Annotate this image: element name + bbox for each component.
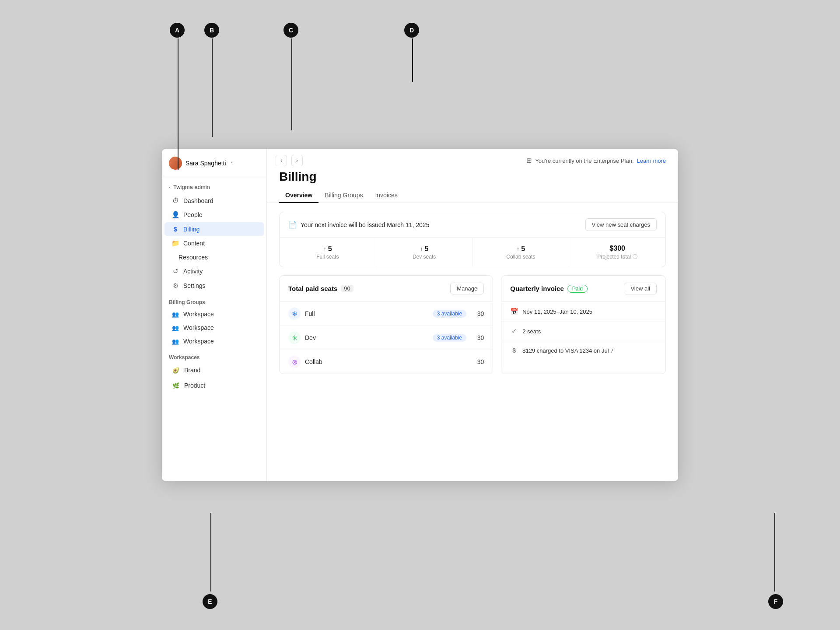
invoice-banner-top: 📄 Your next invoice will be issued March… xyxy=(280,212,665,238)
back-icon: ‹ xyxy=(169,184,171,190)
collab-seats-number: 5 xyxy=(521,245,525,253)
billing-body: 📄 Your next invoice will be issued March… xyxy=(267,203,678,386)
invoice-stats: ↑ 5 Full seats ↑ 5 Dev seats xyxy=(280,238,665,267)
manage-button[interactable]: Manage xyxy=(450,283,484,294)
sidebar-item-workspace-1[interactable]: 👥 Workspace xyxy=(164,308,264,321)
dev-seats-label: Dev seats xyxy=(413,254,436,260)
projected-total-value: $300 xyxy=(609,245,625,252)
sidebar-item-billing[interactable]: $ Billing xyxy=(164,222,264,236)
sidebar-item-dashboard[interactable]: ⏱ Dashboard xyxy=(164,194,264,207)
invoice-charge-text: $129 charged to VISA 1234 on Jul 7 xyxy=(522,347,613,354)
sidebar-item-label: Resources xyxy=(178,254,208,261)
stat-projected-total: $300 Projected total ⓘ xyxy=(569,238,665,267)
dev-seats-number: 5 xyxy=(424,245,428,253)
sidebar-item-people[interactable]: 👤 People xyxy=(164,208,264,222)
enterprise-icon: ⊞ xyxy=(526,157,532,164)
sidebar-item-workspace-2[interactable]: 👥 Workspace xyxy=(164,321,264,334)
invoice-date-range: Nov 11, 2025–Jan 10, 2025 xyxy=(522,308,592,315)
sidebar-item-settings[interactable]: ⚙ Settings xyxy=(164,279,264,293)
nav-back-button[interactable]: ‹ xyxy=(276,155,287,166)
full-seats-arrow: ↑ xyxy=(323,245,326,252)
back-label: Twigma admin xyxy=(173,184,210,190)
seats-card-header: Total paid seats 90 Manage xyxy=(280,276,493,302)
full-seat-icon: ❄ xyxy=(288,308,301,320)
projected-total-label: Projected total ⓘ xyxy=(597,253,637,260)
nav-forward-button[interactable]: › xyxy=(291,155,303,166)
sidebar-item-label: Activity xyxy=(183,268,203,275)
annotation-d: D xyxy=(404,23,419,38)
view-charges-button[interactable]: View new seat charges xyxy=(585,218,657,231)
collab-seat-icon: ⊗ xyxy=(288,356,301,368)
annotation-a: A xyxy=(170,23,185,38)
dev-seat-count: 30 xyxy=(471,334,484,341)
product-workspace-icon: 🌿 xyxy=(172,381,180,390)
full-seat-name: Full xyxy=(305,310,428,317)
sidebar-item-label: Workspace xyxy=(183,338,214,345)
sidebar-item-content[interactable]: 📁 Content xyxy=(164,236,264,250)
stat-dev-seats: ↑ 5 Dev seats xyxy=(376,238,473,267)
user-menu[interactable]: Sara Spaghetti ˅ xyxy=(162,149,266,176)
info-icon[interactable]: ⓘ xyxy=(633,253,637,260)
dev-seats-arrow: ↑ xyxy=(420,245,423,252)
seats-title-text: Total paid seats xyxy=(288,285,337,292)
sidebar-item-label: People xyxy=(183,211,203,218)
view-all-button[interactable]: View all xyxy=(624,283,657,294)
full-seat-count: 30 xyxy=(471,310,484,317)
page-title: Billing xyxy=(267,170,678,188)
annotation-c: C xyxy=(284,23,298,38)
sidebar-item-label: Product xyxy=(184,382,205,389)
checkmark-icon: ✓ xyxy=(510,327,518,335)
stat-collab-seats: ↑ 5 Collab seats xyxy=(473,238,570,267)
workspace-group-icon: 👥 xyxy=(172,325,179,331)
sidebar-item-label: Content xyxy=(183,240,205,247)
sidebar-item-workspace-3[interactable]: 👥 Workspace xyxy=(164,335,264,348)
full-seats-value: ↑ 5 xyxy=(323,245,332,253)
tab-overview[interactable]: Overview xyxy=(279,188,318,203)
sidebar-item-brand[interactable]: 🥑 Brand xyxy=(164,363,264,378)
people-icon: 👤 xyxy=(172,211,179,219)
full-seats-label: Full seats xyxy=(316,254,339,260)
sidebar-item-label: Dashboard xyxy=(183,197,214,204)
invoice-card: Quarterly invoice Paid View all 📅 Nov 11… xyxy=(501,275,666,374)
learn-more-link[interactable]: Learn more xyxy=(637,158,666,164)
seats-card: Total paid seats 90 Manage ❄ Full 3 avai… xyxy=(279,275,493,374)
annotation-f: F xyxy=(768,594,783,609)
paid-status-badge: Paid xyxy=(567,285,588,293)
enterprise-notice: ⊞ You're currently on the Enterprise Pla… xyxy=(526,157,666,164)
invoice-seats-row: ✓ 2 seats xyxy=(501,322,665,341)
main-content: ‹ › ⊞ You're currently on the Enterprise… xyxy=(267,149,678,481)
sidebar-item-resources[interactable]: Resources xyxy=(164,251,264,264)
collab-seats-arrow: ↑ xyxy=(517,245,520,252)
invoice-card-title: Quarterly invoice Paid xyxy=(510,285,588,293)
annotation-b: B xyxy=(204,23,219,38)
seat-row-dev: ✳ Dev 3 available 30 xyxy=(280,326,493,350)
tab-invoices[interactable]: Invoices xyxy=(369,188,403,203)
dashboard-icon: ⏱ xyxy=(172,197,179,204)
calendar-icon: 📅 xyxy=(510,308,518,315)
invoice-date-range-row: 📅 Nov 11, 2025–Jan 10, 2025 xyxy=(501,302,665,322)
full-seat-available-badge: 3 available xyxy=(433,310,466,318)
collab-seat-count: 30 xyxy=(471,358,484,365)
tabs-row: Overview Billing Groups Invoices xyxy=(267,188,678,203)
settings-icon: ⚙ xyxy=(172,282,179,290)
tab-billing-groups[interactable]: Billing Groups xyxy=(318,188,369,203)
seats-count-badge: 90 xyxy=(341,285,353,292)
sidebar-back-item[interactable]: ‹ Twigma admin xyxy=(162,181,266,193)
sidebar-item-label: Settings xyxy=(183,282,206,289)
sidebar-item-label: Workspace xyxy=(183,324,214,331)
dev-seat-name: Dev xyxy=(305,334,428,341)
sidebar-item-product[interactable]: 🌿 Product xyxy=(164,378,264,393)
bottom-cards: Total paid seats 90 Manage ❄ Full 3 avai… xyxy=(279,275,666,374)
workspace-group-icon: 👥 xyxy=(172,338,179,345)
avatar xyxy=(169,157,182,170)
main-topbar: ‹ › ⊞ You're currently on the Enterprise… xyxy=(267,149,678,170)
invoice-banner: 📄 Your next invoice will be issued March… xyxy=(279,212,666,267)
sidebar-item-activity[interactable]: ↺ Activity xyxy=(164,264,264,278)
sidebar-item-label: Brand xyxy=(184,367,200,374)
dev-seat-icon: ✳ xyxy=(288,332,301,344)
seats-title: Total paid seats 90 xyxy=(288,285,354,292)
collab-seats-label: Collab seats xyxy=(506,254,535,260)
billing-groups-section-label: Billing Groups xyxy=(162,293,266,307)
chevron-down-icon: ˅ xyxy=(231,161,233,166)
invoice-banner-text: Your next invoice will be issued March 1… xyxy=(301,221,429,228)
